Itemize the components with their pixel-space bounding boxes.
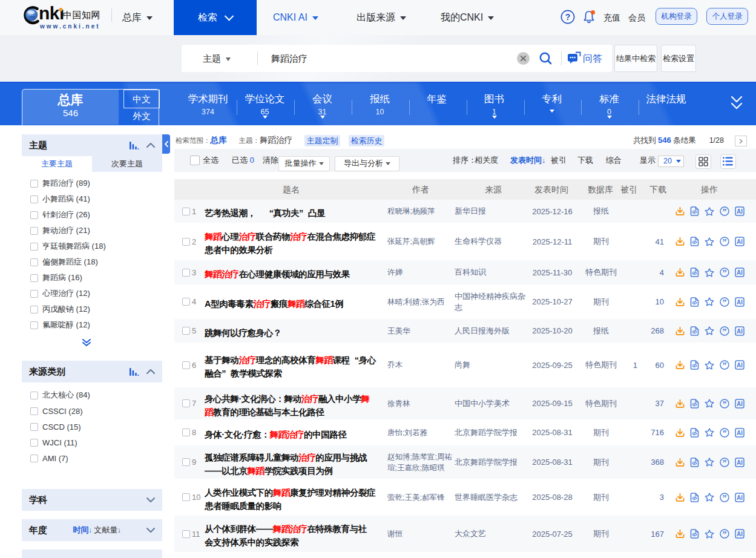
svg-text:?: ?	[565, 12, 571, 22]
svg-text:nkı: nkı	[39, 4, 64, 23]
svg-text:www.cnki.net: www.cnki.net	[39, 23, 100, 30]
svg-text:中国知网: 中国知网	[63, 10, 100, 20]
